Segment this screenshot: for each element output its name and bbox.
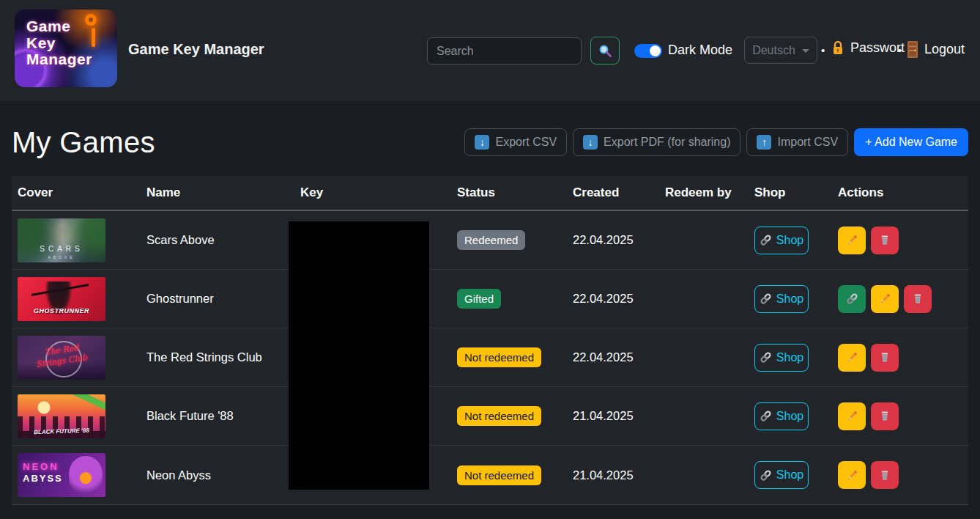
gift-link-button[interactable] xyxy=(838,285,866,313)
games-table: Cover Name Key Status Created Redeem by … xyxy=(12,176,968,505)
actions-cell xyxy=(838,461,968,489)
logo-text: Game Key Manager xyxy=(26,18,92,68)
trash-icon xyxy=(879,234,891,246)
col-header-redeem-by: Redeem by xyxy=(659,185,749,200)
game-cover-image: BLACK FUTURE '88 xyxy=(18,394,105,438)
link-icon xyxy=(846,292,858,305)
created-date: 21.04.2025 xyxy=(567,468,659,482)
table-body: SCARSABOVE Scars Above Redeemed 22.04.20… xyxy=(12,211,968,504)
dark-mode-toggle[interactable] xyxy=(634,44,662,58)
game-cover-image: SCARSABOVE xyxy=(18,218,105,262)
pencil-icon xyxy=(879,292,891,305)
col-header-name: Name xyxy=(141,185,294,200)
table-row: The RedStrings Club The Red Strings Club… xyxy=(12,328,968,387)
edit-button[interactable] xyxy=(838,461,866,489)
pencil-icon xyxy=(846,410,858,422)
table-row: NEONABYSS Neon Abyss Not redeemed 21.04.… xyxy=(12,446,968,504)
delete-button[interactable] xyxy=(871,402,899,430)
cover-art-text: SCARS xyxy=(18,245,105,253)
page-title: My Games xyxy=(12,126,155,159)
link-icon xyxy=(760,410,772,422)
search-input[interactable] xyxy=(427,37,582,65)
search-button[interactable] xyxy=(590,37,620,65)
logout-link[interactable]: Logout xyxy=(907,40,965,59)
pencil-icon xyxy=(846,469,858,482)
actions-cell xyxy=(838,344,968,372)
col-header-status: Status xyxy=(451,185,567,200)
trash-icon xyxy=(879,351,891,364)
password-link[interactable]: Passwort xyxy=(831,40,905,56)
actions-cell xyxy=(838,402,968,430)
shop-label: Shop xyxy=(776,292,803,306)
download-icon: ↓ xyxy=(583,135,598,150)
actions-cell xyxy=(838,227,968,254)
col-header-cover: Cover xyxy=(12,185,141,200)
cover-art-text: BLACK FUTURE '88 xyxy=(18,426,105,435)
link-icon xyxy=(760,351,772,364)
col-header-created: Created xyxy=(567,185,659,200)
export-pdf-button[interactable]: ↓ Export PDF (for sharing) xyxy=(573,128,740,156)
game-name: Black Future '88 xyxy=(141,409,294,423)
shop-link-button[interactable]: Shop xyxy=(754,344,809,372)
shop-link-button[interactable]: Shop xyxy=(754,227,809,254)
status-badge: Not redeemed xyxy=(457,406,541,426)
created-date: 21.04.2025 xyxy=(567,409,659,423)
cover-art-text: ABYSS xyxy=(23,473,63,484)
edit-button[interactable] xyxy=(838,402,866,430)
game-cover-image: GHOSTRUNNER xyxy=(18,277,105,321)
delete-button[interactable] xyxy=(871,461,899,489)
shop-label: Shop xyxy=(776,234,803,247)
shop-label: Shop xyxy=(776,468,803,482)
table-row: BLACK FUTURE '88 Black Future '88 Not re… xyxy=(12,387,968,446)
game-name: Ghostrunner xyxy=(141,292,294,306)
delete-button[interactable] xyxy=(904,285,932,313)
game-name: Neon Abyss xyxy=(141,468,294,482)
toolbar: ↓ Export CSV ↓ Export PDF (for sharing) … xyxy=(464,128,968,156)
cover-art-text: GHOSTRUNNER xyxy=(18,307,105,314)
link-icon xyxy=(760,292,772,305)
password-label: Passwort xyxy=(850,40,905,56)
search-icon xyxy=(598,43,612,58)
actions-cell xyxy=(838,285,968,313)
edit-button[interactable] xyxy=(838,227,866,254)
game-cover-image: NEONABYSS xyxy=(18,453,105,497)
door-icon xyxy=(907,40,918,59)
navbar: Game Key Manager Game Key Manager Dark M… xyxy=(0,0,980,101)
nav-separator: • xyxy=(821,44,825,56)
edit-button[interactable] xyxy=(838,344,866,372)
game-name: The Red Strings Club xyxy=(141,350,294,364)
import-csv-button[interactable]: ↑ Import CSV xyxy=(746,128,848,156)
logout-label: Logout xyxy=(924,42,965,57)
status-badge: Redeemed xyxy=(457,230,525,250)
trash-icon xyxy=(879,410,891,422)
app-logo[interactable]: Game Key Manager xyxy=(15,10,117,87)
upload-icon: ↑ xyxy=(757,135,771,150)
trash-icon xyxy=(879,469,891,482)
delete-button[interactable] xyxy=(871,344,899,372)
delete-button[interactable] xyxy=(871,227,899,254)
link-icon xyxy=(760,469,772,482)
table-row: GHOSTRUNNER Ghostrunner Gifted 22.04.202… xyxy=(12,270,968,328)
created-date: 22.04.2025 xyxy=(567,292,659,306)
game-cover-image: The RedStrings Club xyxy=(18,336,105,380)
add-new-game-button[interactable]: + Add New Game xyxy=(854,128,968,156)
shop-link-button[interactable]: Shop xyxy=(754,285,809,313)
game-name: Scars Above xyxy=(141,233,294,247)
cover-art-text: ABOVE xyxy=(18,255,105,260)
main-content: My Games ↓ Export CSV ↓ Export PDF (for … xyxy=(0,123,980,505)
shop-link-button[interactable]: Shop xyxy=(754,461,809,489)
col-header-shop: Shop xyxy=(749,185,832,200)
app-title: Game Key Manager xyxy=(128,41,264,58)
table-row: SCARSABOVE Scars Above Redeemed 22.04.20… xyxy=(12,211,968,270)
edit-button[interactable] xyxy=(871,285,899,313)
shop-link-button[interactable]: Shop xyxy=(754,402,809,430)
shop-label: Shop xyxy=(776,410,803,423)
dark-mode-label: Dark Mode xyxy=(668,43,732,58)
status-badge: Not redeemed xyxy=(457,465,541,485)
table-header-row: Cover Name Key Status Created Redeem by … xyxy=(12,176,968,211)
status-badge: Not redeemed xyxy=(457,347,541,367)
language-dropdown[interactable]: Deutsch xyxy=(744,37,817,64)
created-date: 22.04.2025 xyxy=(567,233,659,247)
export-csv-button[interactable]: ↓ Export CSV xyxy=(464,128,567,156)
link-icon xyxy=(760,234,772,246)
